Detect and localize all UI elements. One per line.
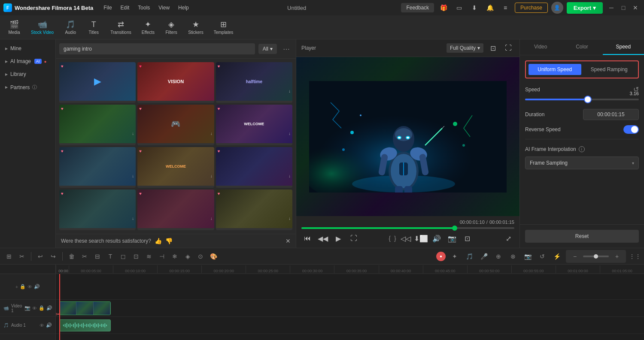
v1-sound-icon[interactable]: 🔊 [46,305,52,311]
toolbar-templates[interactable]: ⊞ Templates [210,17,238,37]
speed-slider[interactable] [525,99,639,100]
scene-detect-button[interactable]: ⊞ [3,251,15,262]
export-button[interactable]: Export ▾ [567,2,603,14]
zoom-slider[interactable] [583,256,609,257]
menu-help[interactable]: Help [175,3,192,12]
a1-eye-icon[interactable]: 👁 [39,323,44,328]
text-button[interactable]: T [105,251,116,262]
progress-bar[interactable] [301,227,514,229]
list-item[interactable]: WELCOME ♥ ↓ Welcome Intro Media Media... [216,105,292,145]
delete-button[interactable]: 🗑 [66,251,77,262]
composite-button[interactable]: ◈ [182,251,193,262]
select-button[interactable]: ⊡ [131,251,142,262]
list-item[interactable]: ♥ ↓ [59,190,136,230]
close-button[interactable]: ✕ [630,3,641,13]
split-audio-button[interactable]: ⊗ [507,251,519,262]
speed-button[interactable]: ⚡ [551,251,562,262]
undo-button[interactable]: ↩ [35,251,46,262]
uniform-speed-tab[interactable]: Uniform Speed [529,64,581,75]
mark-out-button[interactable]: } [394,235,396,242]
toolbar-filters[interactable]: ◈ Filters [161,17,182,37]
list-item[interactable]: ♥ ↓ Gaming, happy or funny ga... [216,147,292,188]
thumbs-up-button[interactable]: 👍 [155,238,162,244]
fullscreen-icon[interactable]: ⛶ [502,42,514,54]
duration-input[interactable] [583,109,639,120]
sidebar-item-ai-image[interactable]: ▶ AI Image AI ● [0,56,55,67]
frame-back-button[interactable]: ◀◀ [317,232,329,244]
toolbar-media[interactable]: 🎬 Media [3,17,25,37]
list-item[interactable]: ♥ ↓ [137,190,214,230]
crop-button[interactable]: ⊟ [92,251,103,262]
ripple-button[interactable]: ≋ [143,251,155,262]
tab-video[interactable]: Video [520,39,561,55]
track-lock-icon[interactable]: 🔒 [20,284,26,289]
sidebar-item-library[interactable]: ▶ Library [0,69,55,80]
tab-speed[interactable]: Speed [603,39,644,55]
toolbar-titles[interactable]: T Titles [83,18,104,37]
freeze-button[interactable]: ❄ [169,251,180,262]
add-track-button[interactable]: + [15,284,18,289]
purchase-button[interactable]: Purchase [515,3,548,13]
mask-button[interactable]: ◻ [118,251,129,262]
merge-button[interactable]: ⊕ [493,251,504,262]
reverse-speed-toggle[interactable] [623,125,639,134]
minimize-button[interactable]: ─ [606,3,617,13]
video-clip[interactable] [59,301,111,315]
menu-edit[interactable]: Edit [117,3,133,12]
list-item[interactable]: 🎮 ♥ ↓ Sign gaming control panel, s... [137,105,214,145]
play-button[interactable]: ▶ [332,232,344,244]
download-icon[interactable]: ⬇ [468,2,480,14]
close-feedback-button[interactable]: ✕ [286,238,291,244]
audio-button[interactable]: 🔊 [431,232,443,244]
more-timeline-button[interactable]: ⋮⋮ [629,251,641,262]
list-item[interactable]: ♥ ↓ Professional eSports Gamer ... [59,147,136,188]
toolbar-audio[interactable]: 🎵 Audio [60,17,81,37]
clip-to-timeline-button[interactable]: ⬇⬜ [415,232,427,244]
track-eye-icon[interactable]: 👁 [27,284,32,289]
toolbar-stock-video[interactable]: 📹 Stock Video [27,17,58,37]
list-item[interactable]: WELCOME ♥ ↓ Welcome Intro Media Media... [137,147,214,188]
user-avatar[interactable]: 👤 [551,2,563,14]
screenshot-button[interactable]: 📷 [446,232,458,244]
list-item[interactable]: ▶ ♥ Game Premium Media 14 [59,62,136,103]
expand-button[interactable]: ⤢ [502,232,514,244]
v1-eye-icon[interactable]: 👁 [32,306,37,311]
gift-icon[interactable]: 🎁 [437,2,450,14]
skip-backward-button[interactable]: ⏮ [301,232,313,244]
trim-button[interactable]: ⊣ [156,251,167,262]
thumbs-down-button[interactable]: 👎 [165,238,173,244]
reset-button[interactable]: Reset [525,230,639,243]
search-input[interactable] [59,43,255,54]
feedback-button[interactable]: Feedback [401,3,434,12]
speed-slider-thumb[interactable] [585,96,591,102]
redo-button[interactable]: ↪ [48,251,59,262]
zoom-thumb[interactable] [594,254,598,259]
speed-ramping-tab[interactable]: Speed Ramping [583,64,636,75]
list-item[interactable]: ♥ ↓ Loop animation of Number ... [59,105,136,145]
frame-sampling-select[interactable]: Frame Sampling ▾ [525,156,639,169]
pip-button[interactable]: ⊡ [462,232,474,244]
color-button[interactable]: 🎨 [208,251,219,262]
menu-icon[interactable]: ≡ [499,2,511,14]
v1-lock-icon[interactable]: 🔒 [39,305,45,311]
fullscreen-player-button[interactable]: ⛶ [348,232,360,244]
progress-thumb[interactable] [452,226,457,231]
maximize-button[interactable]: □ [618,3,629,13]
zoom-in-button[interactable]: + [611,251,623,262]
sidebar-item-mine[interactable]: ▶ Mine [0,43,55,54]
playhead[interactable] [59,274,60,340]
prev-frame-button[interactable]: ◁◁ [400,232,412,244]
a1-sound-icon[interactable]: 🔊 [46,322,52,328]
toolbar-transitions[interactable]: ⇄ Transitions [106,17,136,37]
microphone-button[interactable]: 🎤 [478,251,489,262]
zoom-out-button[interactable]: − [569,251,580,262]
mark-in-button[interactable]: { [389,235,391,242]
loop-button[interactable]: ↺ [537,251,548,262]
track-audio-icon[interactable]: 🔊 [34,284,40,289]
list-item[interactable]: VISION ♥ 3D chrome text word flying ... [137,62,214,103]
list-item[interactable]: ♥ ↓ [216,190,292,230]
list-item[interactable]: halftime ♥ ↓ Data Loss colorful text wor… [216,62,292,103]
quality-select[interactable]: Full Quality ▾ [447,43,483,53]
menu-file[interactable]: File [100,3,115,12]
sidebar-item-partners[interactable]: ▶ Partners ⓘ [0,81,55,93]
